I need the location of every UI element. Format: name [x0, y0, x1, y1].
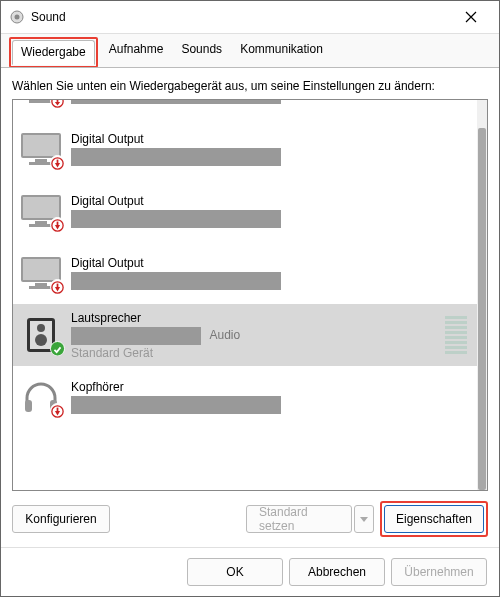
button-row: Konfigurieren Standard setzen Eigenschaf… [12, 491, 488, 547]
svg-rect-17 [35, 221, 47, 224]
svg-rect-21 [57, 222, 59, 226]
svg-rect-38 [57, 408, 59, 412]
svg-rect-24 [35, 283, 47, 286]
sound-app-icon [9, 9, 25, 25]
properties-button[interactable]: Eigenschaften [384, 505, 484, 533]
tab-kommunikation[interactable]: Kommunikation [231, 37, 332, 68]
device-row[interactable]: Digital Output [13, 100, 477, 118]
disconnected-badge-icon [50, 279, 65, 294]
monitor-icon [19, 254, 63, 292]
device-name: Digital Output [71, 132, 473, 146]
scrollbar[interactable] [477, 100, 487, 490]
set-default-button[interactable]: Standard setzen [246, 505, 352, 533]
device-row[interactable]: Digital Output [13, 118, 477, 180]
device-row[interactable]: Kopfhörer [13, 366, 477, 428]
redacted-text [71, 396, 281, 414]
titlebar: Sound [1, 1, 499, 33]
device-status: Standard Gerät [71, 346, 473, 360]
device-list-inner: Digital Output Digital Output [13, 100, 477, 490]
device-listbox[interactable]: Digital Output Digital Output [12, 99, 488, 491]
svg-rect-10 [35, 159, 47, 162]
redacted-text [71, 327, 201, 345]
svg-rect-9 [23, 135, 59, 156]
set-default-dropdown-button[interactable] [354, 505, 374, 533]
device-driver-suffix: Audio [209, 328, 240, 342]
highlight-properties-button: Eigenschaften [380, 501, 488, 537]
device-row[interactable]: Digital Output [13, 242, 477, 304]
device-row[interactable]: Digital Output [13, 180, 477, 242]
redacted-text [71, 210, 281, 228]
device-name: Kopfhörer [71, 380, 473, 394]
highlight-tab-wiedergabe: Wiedergabe [9, 37, 98, 68]
tab-content: Wählen Sie unten ein Wiedergabegerät aus… [1, 67, 499, 547]
tab-wiedergabe[interactable]: Wiedergabe [12, 40, 95, 65]
svg-point-1 [15, 15, 20, 20]
close-button[interactable] [451, 1, 491, 33]
speaker-icon [19, 316, 63, 354]
svg-rect-23 [23, 259, 59, 280]
dialog-footer: OK Abbrechen Übernehmen [1, 547, 499, 596]
monitor-icon [19, 100, 63, 106]
redacted-text [71, 100, 281, 104]
tab-bar: Wiedergabe Aufnahme Sounds Kommunikation [1, 33, 499, 68]
device-name: Digital Output [71, 256, 473, 270]
chevron-down-icon [360, 517, 368, 522]
svg-rect-14 [57, 160, 59, 164]
redacted-text [71, 272, 281, 290]
cancel-button[interactable]: Abbrechen [289, 558, 385, 586]
ok-button[interactable]: OK [187, 558, 283, 586]
volume-meter [445, 314, 467, 354]
monitor-icon [19, 192, 63, 230]
tab-sounds[interactable]: Sounds [172, 37, 231, 68]
svg-point-33 [51, 343, 63, 355]
svg-rect-16 [23, 197, 59, 218]
monitor-icon [19, 130, 63, 168]
disconnected-badge-icon [50, 217, 65, 232]
default-badge-icon [50, 341, 65, 356]
window-title: Sound [31, 10, 451, 24]
svg-marker-39 [360, 517, 368, 522]
disconnected-badge-icon [50, 403, 65, 418]
configure-button[interactable]: Konfigurieren [12, 505, 110, 533]
device-row-selected[interactable]: Lautsprecher Audio Standard Gerät [13, 304, 477, 366]
tab-aufnahme[interactable]: Aufnahme [100, 37, 173, 68]
redacted-text [71, 148, 281, 166]
instruction-text: Wählen Sie unten ein Wiedergabegerät aus… [12, 79, 488, 93]
svg-point-31 [37, 324, 45, 332]
device-name: Lautsprecher [71, 311, 473, 325]
scrollbar-thumb[interactable] [478, 128, 486, 490]
svg-rect-34 [25, 400, 32, 412]
headphones-icon [19, 378, 63, 416]
device-name: Digital Output [71, 194, 473, 208]
disconnected-badge-icon [50, 100, 65, 108]
svg-rect-28 [57, 284, 59, 288]
svg-point-32 [35, 334, 47, 346]
apply-button[interactable]: Übernehmen [391, 558, 487, 586]
disconnected-badge-icon [50, 155, 65, 170]
sound-dialog: Sound Wiedergabe Aufnahme Sounds Kommuni… [0, 0, 500, 597]
